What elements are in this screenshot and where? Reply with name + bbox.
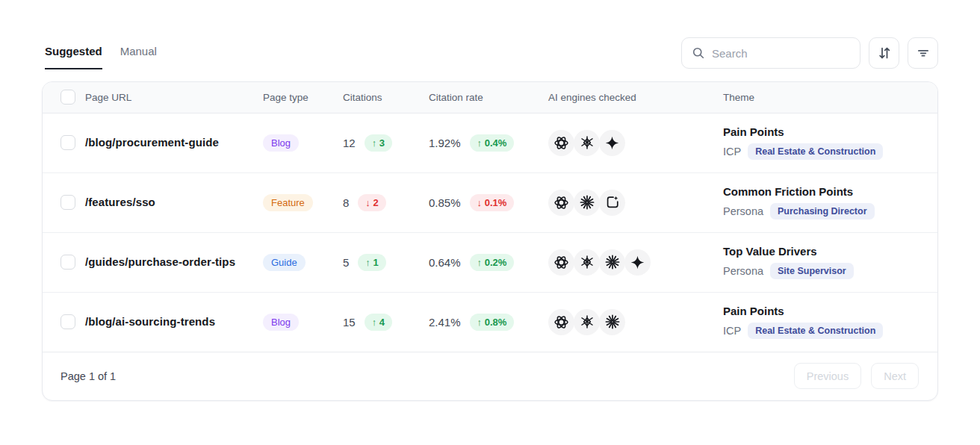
table-row[interactable]: /features/sso Feature 8↓ 2 0.85%↓ 0.1% C… [43, 172, 938, 232]
header-citations: Citations [343, 82, 429, 113]
openai-icon [548, 130, 574, 156]
theme-kind-label: Persona [723, 205, 763, 217]
next-button[interactable]: Next [871, 363, 919, 389]
header-page-type: Page type [263, 82, 343, 113]
citations-value: 15 [343, 316, 356, 329]
page-type-badge: Guide [263, 254, 306, 271]
table-row[interactable]: /blog/procurement-guide Blog 12↑ 3 1.92%… [43, 113, 938, 172]
citation-rate-value: 1.92% [429, 137, 461, 149]
sort-button[interactable] [869, 37, 899, 69]
header-ai-engines: AI engines checked [548, 82, 723, 113]
citation-rate-value: 0.64% [429, 256, 461, 269]
theme-kind-label: ICP [723, 325, 741, 337]
ai-engines-list [548, 130, 723, 156]
theme-kind-label: Persona [723, 265, 763, 277]
gemini-icon [599, 130, 625, 156]
citations-delta-badge: ↓ 2 [358, 194, 385, 211]
pagination-footer: Page 1 of 1 Previous Next [43, 352, 937, 400]
citations-value: 12 [343, 137, 356, 149]
perplexity-icon [574, 309, 600, 335]
header-theme: Theme [723, 82, 938, 113]
perplexity-icon [574, 130, 600, 156]
citations-value: 8 [343, 196, 349, 209]
ai-engines-list [548, 190, 723, 216]
tab-list: Suggested Manual [45, 37, 157, 69]
citations-delta-badge: ↑ 4 [365, 314, 392, 331]
gemini-icon [624, 249, 651, 276]
theme-title: Pain Points [723, 125, 938, 138]
table-controls [681, 37, 938, 69]
tab-manual[interactable]: Manual [120, 45, 157, 69]
search-icon [692, 46, 705, 60]
page-url: /blog/procurement-guide [85, 136, 219, 149]
theme-title: Common Friction Points [723, 185, 938, 198]
pages-table-card: Page URL Page type Citations Citation ra… [42, 81, 938, 401]
page-url: /guides/purchase-order-tips [85, 255, 235, 268]
theme-title: Top Value Drivers [723, 245, 938, 258]
search-input[interactable] [712, 47, 850, 60]
page-type-badge: Blog [263, 314, 299, 331]
sparkle-box-icon [599, 190, 625, 216]
row-checkbox[interactable] [61, 135, 75, 150]
sort-icon [877, 46, 892, 60]
citation-rate-delta-badge: ↑ 0.4% [470, 134, 515, 152]
claude-icon [599, 249, 625, 276]
filter-icon [916, 46, 931, 60]
page-type-badge: Blog [263, 134, 299, 152]
ai-engines-list [548, 309, 723, 335]
perplexity-icon [574, 249, 600, 276]
citation-rate-delta-badge: ↑ 0.2% [470, 254, 515, 271]
citation-rate-delta-badge: ↑ 0.8% [470, 314, 515, 331]
select-all-checkbox[interactable] [61, 90, 75, 105]
theme-tag-badge: Real Estate & Construction [748, 323, 883, 339]
citations-value: 5 [343, 256, 349, 269]
theme-kind-label: ICP [723, 146, 741, 158]
previous-button[interactable]: Previous [794, 363, 861, 389]
table-header-row: Page URL Page type Citations Citation ra… [43, 82, 938, 113]
citations-delta-badge: ↑ 1 [358, 254, 385, 271]
pages-table: Page URL Page type Citations Citation ra… [43, 82, 938, 352]
tab-suggested[interactable]: Suggested [45, 45, 102, 69]
citation-rate-delta-badge: ↓ 0.1% [470, 194, 515, 211]
ai-engines-list [548, 249, 723, 276]
filter-button[interactable] [908, 37, 938, 69]
claude-icon [599, 309, 625, 335]
row-checkbox[interactable] [61, 195, 75, 210]
openai-icon [548, 190, 574, 216]
row-checkbox[interactable] [61, 314, 75, 329]
search-box[interactable] [681, 37, 860, 69]
openai-icon [548, 309, 574, 335]
table-row[interactable]: /guides/purchase-order-tips Guide 5↑ 1 0… [43, 232, 938, 292]
table-row[interactable]: /blog/ai-sourcing-trends Blog 15↑ 4 2.41… [43, 292, 938, 352]
header-page-url: Page URL [85, 82, 263, 113]
citation-rate-value: 0.85% [429, 196, 461, 209]
row-checkbox[interactable] [61, 255, 75, 270]
theme-tag-badge: Site Supervisor [770, 263, 854, 279]
theme-tag-badge: Purchasing Director [770, 203, 874, 220]
claude-icon [574, 190, 600, 216]
top-bar: Suggested Manual [45, 37, 938, 69]
page-type-badge: Feature [263, 194, 313, 211]
theme-tag-badge: Real Estate & Construction [748, 143, 883, 160]
openai-icon [548, 249, 574, 276]
theme-title: Pain Points [723, 305, 938, 317]
citation-rate-value: 2.41% [429, 316, 461, 329]
page-info: Page 1 of 1 [61, 370, 116, 382]
header-citation-rate: Citation rate [429, 82, 548, 113]
page-url: /features/sso [85, 196, 155, 208]
pager: Previous Next [794, 363, 919, 389]
page-url: /blog/ai-sourcing-trends [85, 315, 215, 328]
citations-delta-badge: ↑ 3 [365, 134, 392, 152]
